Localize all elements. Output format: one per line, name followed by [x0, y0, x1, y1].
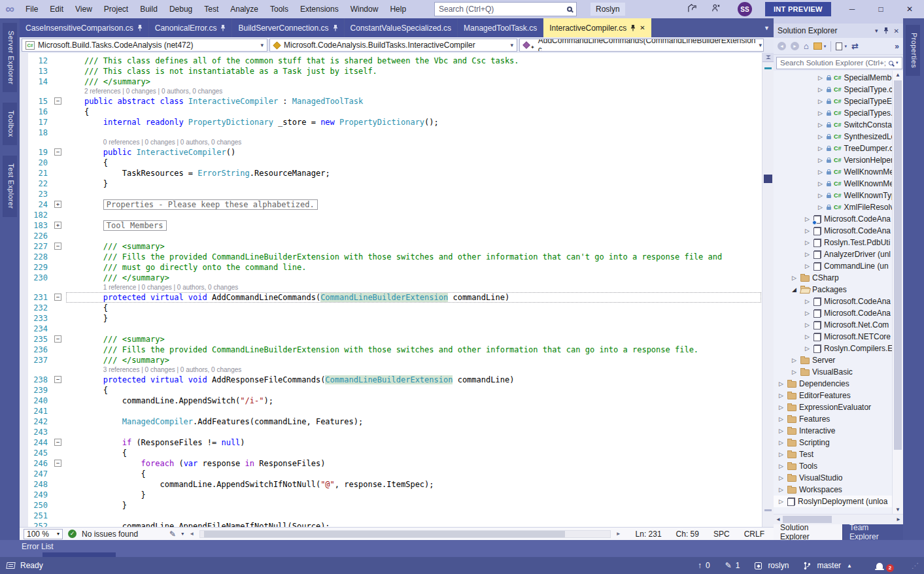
column-indicator[interactable]: Ch: 59: [676, 530, 699, 539]
panel-tab-solution-explorer[interactable]: Solution Explorer: [774, 524, 842, 540]
expand-arrow-icon[interactable]: ▷: [804, 310, 811, 316]
sync-with-active-document-button[interactable]: ⇄: [851, 42, 859, 51]
expand-arrow-icon[interactable]: ▷: [817, 145, 824, 152]
code-line[interactable]: [65, 406, 762, 416]
tab-pin-icon[interactable]: [220, 25, 226, 31]
expand-arrow-icon[interactable]: ▷: [778, 451, 785, 458]
tree-item[interactable]: ▷Microsoft.NETCore: [774, 331, 892, 343]
menu-item-analyze[interactable]: Analyze: [224, 0, 264, 18]
hscroll-left-icon[interactable]: ◄: [189, 531, 194, 537]
expand-arrow-icon[interactable]: ▷: [804, 251, 811, 258]
code-line[interactable]: [65, 127, 762, 138]
tree-item[interactable]: ▷Microsoft.CodeAna: [774, 213, 892, 225]
code-line[interactable]: }: [65, 313, 762, 324]
fold-toggle-icon[interactable]: −: [54, 460, 61, 467]
fold-toggle-icon[interactable]: −: [54, 335, 61, 343]
tree-item[interactable]: ▷Microsoft.CodeAna: [774, 307, 892, 319]
tree-item[interactable]: ▷CommandLine (un: [774, 260, 892, 272]
expand-arrow-icon[interactable]: ▷: [778, 475, 785, 481]
forward-button[interactable]: ►: [791, 42, 799, 50]
tree-item[interactable]: ▷C#XmlFileResolver: [774, 201, 892, 213]
expand-arrow-icon[interactable]: ▷: [778, 428, 785, 434]
error-list-bar[interactable]: Error List: [0, 540, 924, 557]
menu-item-file[interactable]: File: [20, 0, 44, 18]
code-line[interactable]: commandLine.AppendSwitchIfNotNull("@", r…: [65, 479, 762, 490]
expand-arrow-icon[interactable]: ▷: [778, 463, 785, 469]
code-line[interactable]: [65, 231, 762, 241]
side-tab-properties[interactable]: Properties: [906, 25, 920, 76]
tree-item[interactable]: ▷RoslynDeployment (unloa: [774, 496, 892, 507]
close-button[interactable]: ✕: [895, 0, 924, 18]
tree-item[interactable]: ▷C#VersionHelper.c: [774, 154, 892, 166]
fold-toggle-icon[interactable]: −: [54, 97, 61, 105]
editor-hscrollbar[interactable]: [199, 530, 611, 538]
outgoing-commits-count[interactable]: 0: [706, 561, 710, 570]
code-line[interactable]: {: [65, 448, 762, 458]
tree-item[interactable]: ▷ExpressionEvaluator: [774, 401, 892, 413]
tab-list-dropdown-icon[interactable]: ▼: [764, 18, 770, 37]
tree-item[interactable]: ▷C#SpecialType.cs: [774, 84, 892, 95]
tree-item[interactable]: ▷EditorFeatures: [774, 390, 892, 401]
maximize-button[interactable]: □: [866, 0, 895, 18]
expand-arrow-icon[interactable]: ▷: [804, 239, 811, 246]
editor-vscrollbar-thumb[interactable]: [764, 175, 772, 183]
expand-arrow-icon[interactable]: ▷: [778, 404, 785, 411]
feedback-icon[interactable]: [710, 3, 723, 15]
menu-item-edit[interactable]: Edit: [44, 0, 69, 18]
quick-search-input[interactable]: Search (Ctrl+Q): [434, 2, 577, 16]
code-line[interactable]: [65, 210, 762, 220]
document-tab[interactable]: InteractiveCompiler.cs✕: [543, 18, 651, 37]
tree-item[interactable]: ▷Test: [774, 448, 892, 460]
region-collapsed-label[interactable]: Tool Members: [103, 220, 167, 231]
fold-toggle-icon[interactable]: +: [54, 201, 61, 208]
code-line[interactable]: }: [65, 490, 762, 500]
zoom-select[interactable]: 100 % ▾: [24, 529, 63, 539]
fold-toggle-icon[interactable]: −: [54, 243, 61, 250]
expand-arrow-icon[interactable]: ▷: [804, 345, 811, 352]
code-line[interactable]: public abstract class InteractiveCompile…: [65, 96, 762, 107]
back-button[interactable]: ◄: [778, 42, 786, 50]
account-avatar[interactable]: SS: [738, 2, 752, 16]
breadcrumb-member-dropdown[interactable]: ✦ AddCommandLineCommands(CommandLineBuil…: [519, 39, 764, 52]
code-line[interactable]: /// must go directly onto the command li…: [65, 262, 762, 273]
issues-status[interactable]: No issues found: [82, 530, 138, 539]
tree-item[interactable]: ▷Tools: [774, 460, 892, 472]
solution-search-input[interactable]: Search Solution Explorer (Ctrl+; ▾: [776, 57, 902, 69]
tree-vscrollbar-thumb[interactable]: [894, 80, 902, 450]
document-tab[interactable]: ConstantValueSpecialized.cs: [345, 18, 458, 37]
background-tasks-icon[interactable]: [6, 562, 15, 569]
code-line[interactable]: [65, 324, 762, 334]
expand-arrow-icon[interactable]: ▷: [804, 228, 811, 234]
tree-hscrollbar-thumb[interactable]: [783, 516, 832, 523]
document-tab[interactable]: CanonicalError.cs: [149, 18, 232, 37]
preview-channel-badge[interactable]: INT PREVIEW: [765, 2, 831, 16]
pending-edits-count[interactable]: 1: [736, 561, 740, 570]
fold-toggle-icon[interactable]: +: [54, 222, 61, 229]
code-line[interactable]: commandLine.AppendFileNameIfNotNull(Sour…: [65, 521, 762, 527]
code-line[interactable]: {: [65, 107, 762, 117]
tree-item[interactable]: ▷C#WellKnownMer: [774, 166, 892, 178]
code-line[interactable]: /// This class is not instantiatable as …: [65, 66, 762, 76]
code-line[interactable]: /// <summary>: [65, 241, 762, 252]
code-line[interactable]: public InteractiveCompiler(): [65, 147, 762, 158]
expand-arrow-icon[interactable]: ▷: [804, 322, 811, 328]
minimize-button[interactable]: ─: [838, 0, 866, 18]
tree-item[interactable]: ▷Workspaces: [774, 484, 892, 496]
editor-vscrollbar[interactable]: [762, 53, 774, 527]
tree-item[interactable]: ▷C#WellKnownTyp: [774, 190, 892, 201]
codelens-text[interactable]: 3 references | 0 changes | 0 authors, 0 …: [65, 365, 241, 374]
code-line[interactable]: /// </summary>: [65, 355, 762, 365]
scroll-down-icon[interactable]: ▼: [893, 507, 903, 513]
fold-toggle-icon[interactable]: −: [54, 376, 61, 383]
tree-item[interactable]: ▷C#SpecialMember: [774, 72, 892, 84]
menu-item-extensions[interactable]: Extensions: [294, 0, 345, 18]
document-tab[interactable]: ManagedToolTask.cs: [458, 18, 543, 37]
code-line[interactable]: internal readonly PropertyDictionary _st…: [65, 117, 762, 127]
menu-item-test[interactable]: Test: [198, 0, 224, 18]
code-line[interactable]: [65, 189, 762, 199]
code-line[interactable]: /// <summary>: [65, 334, 762, 345]
code-line[interactable]: {: [65, 385, 762, 396]
window-position-chevron-icon[interactable]: ▾: [875, 27, 878, 34]
expand-arrow-icon[interactable]: ▷: [778, 498, 785, 505]
code-line[interactable]: [65, 427, 762, 437]
